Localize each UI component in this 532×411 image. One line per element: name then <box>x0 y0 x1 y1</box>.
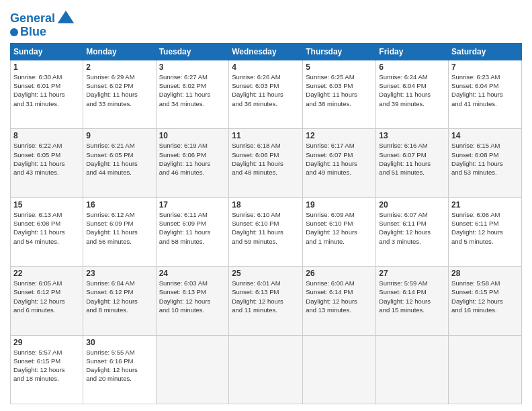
col-header-friday: Friday <box>376 43 449 60</box>
calendar-day: 5Sunrise: 6:25 AMSunset: 6:03 PMDaylight… <box>303 60 376 128</box>
calendar-week-5: 29Sunrise: 5:57 AMSunset: 6:15 PMDayligh… <box>11 335 522 404</box>
calendar: SundayMondayTuesdayWednesdayThursdayFrid… <box>10 43 522 404</box>
day-info: Sunrise: 6:04 AMSunset: 6:12 PMDaylight:… <box>86 279 152 314</box>
day-number: 21 <box>451 200 519 210</box>
header: General Blue <box>10 7 522 39</box>
logo-blue-text: Blue <box>20 26 46 39</box>
day-info: Sunrise: 5:57 AMSunset: 6:15 PMDaylight:… <box>13 348 80 383</box>
col-header-wednesday: Wednesday <box>229 43 303 60</box>
day-info: Sunrise: 6:25 AMSunset: 6:03 PMDaylight:… <box>306 73 373 108</box>
svg-marker-0 <box>58 11 74 24</box>
col-header-thursday: Thursday <box>303 43 376 60</box>
day-number: 29 <box>13 338 80 347</box>
day-info: Sunrise: 6:12 AMSunset: 6:09 PMDaylight:… <box>86 210 152 246</box>
day-info: Sunrise: 6:30 AMSunset: 6:01 PMDaylight:… <box>13 73 80 108</box>
day-info: Sunrise: 5:55 AMSunset: 6:16 PMDaylight:… <box>86 348 152 383</box>
day-number: 7 <box>451 62 519 72</box>
day-number: 13 <box>379 131 445 140</box>
day-info: Sunrise: 5:59 AMSunset: 6:14 PMDaylight:… <box>379 279 445 314</box>
logo-text: General <box>10 12 55 26</box>
day-number: 4 <box>232 62 300 72</box>
day-info: Sunrise: 6:03 AMSunset: 6:13 PMDaylight:… <box>159 279 226 314</box>
day-number: 2 <box>86 62 152 72</box>
day-info: Sunrise: 6:13 AMSunset: 6:08 PMDaylight:… <box>13 210 80 246</box>
day-number: 23 <box>86 269 152 278</box>
day-number: 26 <box>306 269 373 278</box>
day-number: 20 <box>379 200 445 210</box>
day-info: Sunrise: 6:00 AMSunset: 6:14 PMDaylight:… <box>306 279 373 314</box>
day-info: Sunrise: 6:17 AMSunset: 6:07 PMDaylight:… <box>306 141 373 177</box>
calendar-day: 23Sunrise: 6:04 AMSunset: 6:12 PMDayligh… <box>83 267 156 335</box>
day-info: Sunrise: 5:58 AMSunset: 6:15 PMDaylight:… <box>451 279 519 314</box>
day-number: 5 <box>306 62 373 72</box>
calendar-day: 8Sunrise: 6:22 AMSunset: 6:05 PMDaylight… <box>11 129 83 197</box>
day-number: 8 <box>13 131 80 140</box>
calendar-day <box>303 335 376 404</box>
calendar-day: 27Sunrise: 5:59 AMSunset: 6:14 PMDayligh… <box>376 267 449 335</box>
calendar-day: 14Sunrise: 6:15 AMSunset: 6:08 PMDayligh… <box>449 129 522 197</box>
day-number: 25 <box>232 269 300 278</box>
calendar-day: 13Sunrise: 6:16 AMSunset: 6:07 PMDayligh… <box>376 129 449 197</box>
day-number: 3 <box>159 62 226 72</box>
calendar-day: 10Sunrise: 6:19 AMSunset: 6:06 PMDayligh… <box>156 129 229 197</box>
calendar-day <box>376 335 449 404</box>
calendar-week-1: 1Sunrise: 6:30 AMSunset: 6:01 PMDaylight… <box>11 60 522 128</box>
calendar-day: 9Sunrise: 6:21 AMSunset: 6:05 PMDaylight… <box>83 129 156 197</box>
col-header-sunday: Sunday <box>11 43 83 60</box>
calendar-header-row: SundayMondayTuesdayWednesdayThursdayFrid… <box>11 43 522 60</box>
calendar-body: 1Sunrise: 6:30 AMSunset: 6:01 PMDaylight… <box>11 60 522 404</box>
calendar-day: 26Sunrise: 6:00 AMSunset: 6:14 PMDayligh… <box>303 267 376 335</box>
day-number: 16 <box>86 200 152 210</box>
day-info: Sunrise: 6:27 AMSunset: 6:02 PMDaylight:… <box>159 73 226 108</box>
day-number: 19 <box>306 200 373 210</box>
calendar-day <box>229 335 303 404</box>
calendar-day: 21Sunrise: 6:06 AMSunset: 6:11 PMDayligh… <box>449 197 522 266</box>
calendar-day: 12Sunrise: 6:17 AMSunset: 6:07 PMDayligh… <box>303 129 376 197</box>
calendar-day: 3Sunrise: 6:27 AMSunset: 6:02 PMDaylight… <box>156 60 229 128</box>
day-info: Sunrise: 6:10 AMSunset: 6:10 PMDaylight:… <box>232 210 300 246</box>
col-header-tuesday: Tuesday <box>156 43 229 60</box>
day-number: 10 <box>159 131 226 140</box>
day-info: Sunrise: 6:09 AMSunset: 6:10 PMDaylight:… <box>306 210 373 246</box>
day-info: Sunrise: 6:19 AMSunset: 6:06 PMDaylight:… <box>159 141 226 177</box>
calendar-day <box>156 335 229 404</box>
day-info: Sunrise: 6:21 AMSunset: 6:05 PMDaylight:… <box>86 141 152 177</box>
day-info: Sunrise: 6:23 AMSunset: 6:04 PMDaylight:… <box>451 73 519 108</box>
calendar-day: 4Sunrise: 6:26 AMSunset: 6:03 PMDaylight… <box>229 60 303 128</box>
calendar-week-2: 8Sunrise: 6:22 AMSunset: 6:05 PMDaylight… <box>11 129 522 197</box>
calendar-week-3: 15Sunrise: 6:13 AMSunset: 6:08 PMDayligh… <box>11 197 522 266</box>
calendar-week-4: 22Sunrise: 6:05 AMSunset: 6:12 PMDayligh… <box>11 267 522 335</box>
day-number: 9 <box>86 131 152 140</box>
day-number: 11 <box>232 131 300 140</box>
calendar-day: 11Sunrise: 6:18 AMSunset: 6:06 PMDayligh… <box>229 129 303 197</box>
calendar-day: 24Sunrise: 6:03 AMSunset: 6:13 PMDayligh… <box>156 267 229 335</box>
day-number: 14 <box>451 131 519 140</box>
day-info: Sunrise: 6:16 AMSunset: 6:07 PMDaylight:… <box>379 141 445 177</box>
calendar-day: 22Sunrise: 6:05 AMSunset: 6:12 PMDayligh… <box>11 267 83 335</box>
day-number: 18 <box>232 200 300 210</box>
day-info: Sunrise: 6:18 AMSunset: 6:06 PMDaylight:… <box>232 141 300 177</box>
calendar-day: 17Sunrise: 6:11 AMSunset: 6:09 PMDayligh… <box>156 197 229 266</box>
day-number: 28 <box>451 269 519 278</box>
logo: General Blue <box>10 9 75 39</box>
logo-dot <box>10 28 18 36</box>
day-info: Sunrise: 6:05 AMSunset: 6:12 PMDaylight:… <box>13 279 80 314</box>
calendar-day: 1Sunrise: 6:30 AMSunset: 6:01 PMDaylight… <box>11 60 83 128</box>
day-number: 6 <box>379 62 445 72</box>
calendar-day: 28Sunrise: 5:58 AMSunset: 6:15 PMDayligh… <box>449 267 522 335</box>
calendar-day: 7Sunrise: 6:23 AMSunset: 6:04 PMDaylight… <box>449 60 522 128</box>
day-number: 1 <box>13 62 80 72</box>
day-number: 12 <box>306 131 373 140</box>
col-header-saturday: Saturday <box>449 43 522 60</box>
day-number: 15 <box>13 200 80 210</box>
day-number: 17 <box>159 200 226 210</box>
calendar-day: 25Sunrise: 6:01 AMSunset: 6:13 PMDayligh… <box>229 267 303 335</box>
day-info: Sunrise: 6:01 AMSunset: 6:13 PMDaylight:… <box>232 279 300 314</box>
day-number: 27 <box>379 269 445 278</box>
calendar-day: 29Sunrise: 5:57 AMSunset: 6:15 PMDayligh… <box>11 335 83 404</box>
calendar-day <box>449 335 522 404</box>
calendar-day: 16Sunrise: 6:12 AMSunset: 6:09 PMDayligh… <box>83 197 156 266</box>
day-info: Sunrise: 6:24 AMSunset: 6:04 PMDaylight:… <box>379 73 445 108</box>
calendar-day: 18Sunrise: 6:10 AMSunset: 6:10 PMDayligh… <box>229 197 303 266</box>
day-info: Sunrise: 6:22 AMSunset: 6:05 PMDaylight:… <box>13 141 80 177</box>
